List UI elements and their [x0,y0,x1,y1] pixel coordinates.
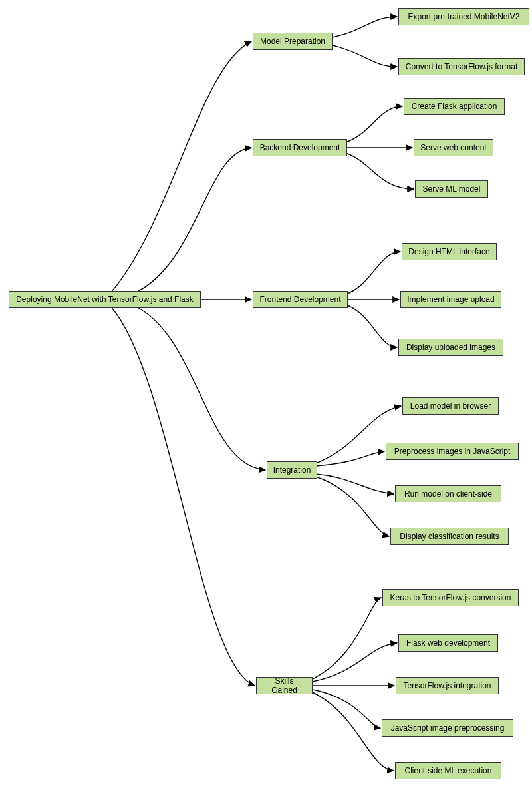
leaf-serve-web: Serve web content [414,139,493,156]
leaf-label: Display classification results [400,532,499,541]
leaf-label: TensorFlow.js integration [403,681,491,690]
leaf-display-uploaded: Display uploaded images [398,339,503,356]
leaf-label: Run model on client-side [404,489,492,498]
branch-label: Model Preparation [260,37,325,46]
leaf-keras-tfjs-conversion: Keras to TensorFlow.js conversion [382,589,519,606]
leaf-create-flask: Create Flask application [404,98,505,115]
leaf-convert-tfjs: Convert to TensorFlow.js format [398,58,525,75]
root-label: Deploying MobileNet with TensorFlow.js a… [16,295,194,304]
branch-label: Frontend Development [259,295,340,304]
branch-frontend-development: Frontend Development [253,291,348,308]
leaf-label: Serve ML model [423,184,481,194]
root-node: Deploying MobileNet with TensorFlow.js a… [9,291,201,308]
branch-backend-development: Backend Development [253,139,347,156]
branch-integration: Integration [267,461,317,479]
leaf-design-html: Design HTML interface [402,243,497,260]
branch-label: Backend Development [260,143,340,152]
leaf-export-mobilenet: Export pre-trained MobileNetV2 [398,8,529,25]
branch-skills-gained: Skills Gained [256,677,313,694]
leaf-client-side-ml: Client-side ML execution [395,762,501,779]
leaf-label: Export pre-trained MobileNetV2 [408,12,519,21]
leaf-label: Preprocess images in JavaScript [394,447,511,456]
leaf-serve-ml-model: Serve ML model [415,180,488,198]
leaf-label: Implement image upload [407,295,494,304]
leaf-label: Keras to TensorFlow.js conversion [390,593,511,602]
leaf-label: Client-side ML execution [405,766,492,775]
leaf-label: Flask web development [406,638,490,648]
leaf-label: Convert to TensorFlow.js format [406,62,518,71]
leaf-label: Display uploaded images [406,343,495,352]
leaf-image-upload: Implement image upload [400,291,501,308]
branch-label: Integration [273,465,311,475]
leaf-display-results: Display classification results [390,528,509,545]
leaf-flask-web-dev: Flask web development [398,634,498,652]
branch-label: Skills Gained [262,676,307,696]
leaf-label: Create Flask application [412,102,497,111]
branch-model-preparation: Model Preparation [253,33,332,50]
leaf-label: Design HTML interface [408,247,489,256]
leaf-label: Serve web content [420,143,486,152]
leaf-preprocess-js: Preprocess images in JavaScript [386,443,519,460]
leaf-run-client-side: Run model on client-side [395,485,501,502]
leaf-label: Load model in browser [410,401,491,411]
leaf-load-model-browser: Load model in browser [402,397,499,415]
leaf-js-image-preprocessing: JavaScript image preprocessing [382,719,513,737]
leaf-tfjs-integration: TensorFlow.js integration [396,677,499,694]
leaf-label: JavaScript image preprocessing [391,723,505,733]
